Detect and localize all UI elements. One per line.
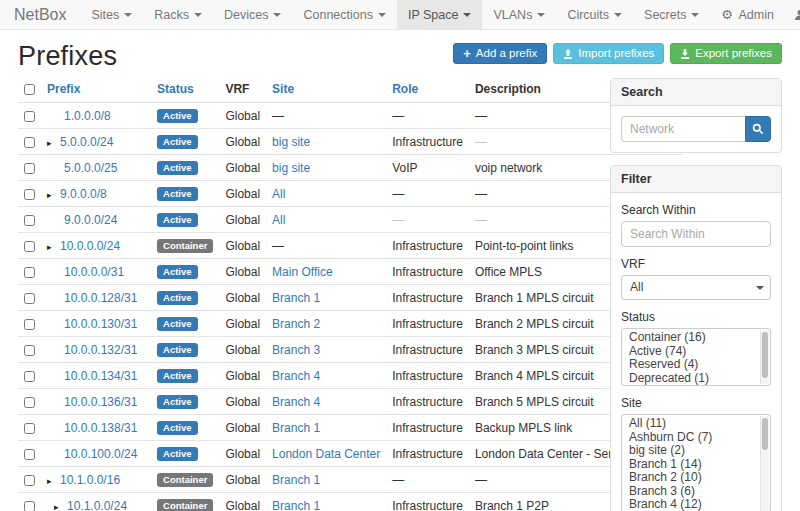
row-checkbox[interactable]: [24, 371, 35, 382]
nav-item-connections[interactable]: Connections: [292, 0, 397, 29]
site-link[interactable]: Main Office: [272, 265, 332, 279]
row-checkbox[interactable]: [24, 397, 35, 408]
expand-toggle-icon[interactable]: ▸: [47, 242, 58, 252]
row-checkbox[interactable]: [24, 449, 35, 460]
row-checkbox[interactable]: [24, 293, 35, 304]
row-checkbox[interactable]: [24, 345, 35, 356]
scrollbar-thumb[interactable]: [762, 418, 768, 450]
filter-option[interactable]: Branch 2 (10): [622, 471, 770, 485]
site-link[interactable]: Branch 1: [272, 499, 320, 511]
column-header-site[interactable]: Site: [266, 78, 386, 103]
scrollbar-thumb[interactable]: [762, 332, 768, 378]
table-row: ▸1.0.0.0/8ActiveGlobal———: [18, 103, 682, 129]
nav-item-label: Secrets: [644, 8, 686, 22]
nav-item-devices[interactable]: Devices: [213, 0, 292, 29]
prefix-link[interactable]: 10.0.0.128/31: [64, 291, 137, 305]
site-link[interactable]: big site: [272, 161, 310, 175]
vrf-value: Global: [225, 421, 260, 435]
nav-item-ip-space[interactable]: IP Space: [397, 0, 483, 29]
nav-item-secrets[interactable]: Secrets: [633, 0, 710, 29]
add-a-prefix-button[interactable]: +Add a prefix: [453, 43, 547, 64]
site-link[interactable]: Branch 2: [272, 317, 320, 331]
filter-option[interactable]: Container (16): [622, 331, 770, 345]
site-link[interactable]: Branch 4: [272, 395, 320, 409]
nav-item-sites[interactable]: Sites: [80, 0, 143, 29]
site-link[interactable]: Branch 1: [272, 291, 320, 305]
filter-option[interactable]: Ashburn DC (7): [622, 431, 770, 445]
site-link[interactable]: Branch 3: [272, 343, 320, 357]
nav-menu: SitesRacksDevicesConnectionsIP SpaceVLAN…: [80, 0, 710, 29]
prefix-link[interactable]: 5.0.0.0/25: [64, 161, 117, 175]
prefix-link[interactable]: 10.0.0.132/31: [64, 343, 137, 357]
site-link[interactable]: All: [272, 187, 285, 201]
row-checkbox[interactable]: [24, 501, 35, 511]
search-within-input[interactable]: [621, 221, 771, 247]
prefix-link[interactable]: 10.0.0.0/24: [60, 239, 120, 253]
site-link[interactable]: Branch 4: [272, 369, 320, 383]
scrollbar[interactable]: [760, 416, 769, 511]
prefix-link[interactable]: 9.0.0.0/24: [64, 213, 117, 227]
filter-option[interactable]: Deprecated (1): [622, 372, 770, 386]
nav-item-vlans[interactable]: VLANs: [482, 0, 556, 29]
prefix-link[interactable]: 1.0.0.0/8: [64, 109, 111, 123]
expand-toggle-icon[interactable]: ▸: [54, 502, 65, 511]
filter-option[interactable]: Reserved (4): [622, 358, 770, 372]
status-listbox[interactable]: Container (16)Active (74)Reserved (4)Dep…: [621, 328, 771, 386]
vrf-value: Global: [225, 265, 260, 279]
prefix-link[interactable]: 10.1.0.0/16: [60, 473, 120, 487]
row-checkbox[interactable]: [24, 267, 35, 278]
vrf-value: Global: [225, 395, 260, 409]
site-link[interactable]: Branch 1: [272, 473, 320, 487]
filter-panel-title: Filter: [611, 166, 781, 193]
site-listbox[interactable]: All (11)Ashburn DC (7)big site (2)Branch…: [621, 414, 771, 511]
search-button[interactable]: [745, 116, 771, 142]
row-checkbox[interactable]: [24, 137, 35, 148]
row-checkbox[interactable]: [24, 189, 35, 200]
row-checkbox[interactable]: [24, 215, 35, 226]
prefix-link[interactable]: 10.0.0.134/31: [64, 369, 137, 383]
prefix-link[interactable]: 10.0.100.0/24: [64, 447, 137, 461]
import-prefixes-button[interactable]: Import prefixes: [553, 43, 664, 64]
vrf-select[interactable]: All: [621, 275, 771, 300]
filter-option[interactable]: All (11): [622, 417, 770, 431]
site-link[interactable]: big site: [272, 135, 310, 149]
expand-toggle-icon[interactable]: ▸: [47, 476, 58, 486]
nav-item-admin[interactable]: ⚙Admin: [710, 0, 783, 29]
nav-item-label: Sites: [91, 8, 119, 22]
role-value: Infrastructure: [392, 499, 463, 511]
prefix-link[interactable]: 10.0.0.136/31: [64, 395, 137, 409]
row-checkbox[interactable]: [24, 423, 35, 434]
row-checkbox[interactable]: [24, 475, 35, 486]
row-checkbox[interactable]: [24, 241, 35, 252]
nav-item-profile[interactable]: Profile: [784, 0, 800, 29]
select-all-checkbox[interactable]: [24, 84, 35, 95]
filter-option[interactable]: Active (74): [622, 345, 770, 359]
row-checkbox[interactable]: [24, 319, 35, 330]
prefix-link[interactable]: 5.0.0.0/24: [60, 135, 113, 149]
expand-toggle-icon[interactable]: ▸: [47, 190, 58, 200]
prefix-link[interactable]: 9.0.0.0/8: [60, 187, 107, 201]
brand-logo[interactable]: NetBox: [14, 0, 66, 29]
scrollbar[interactable]: [760, 330, 769, 384]
site-link[interactable]: Branch 1: [272, 421, 320, 435]
expand-toggle-icon[interactable]: ▸: [47, 138, 58, 148]
prefix-link[interactable]: 10.0.0.130/31: [64, 317, 137, 331]
filter-option[interactable]: Branch 1 (14): [622, 458, 770, 472]
prefix-link[interactable]: 10.0.0.138/31: [64, 421, 137, 435]
column-header-role[interactable]: Role: [386, 78, 469, 103]
filter-option[interactable]: big site (2): [622, 444, 770, 458]
prefix-link[interactable]: 10.1.0.0/24: [67, 499, 127, 511]
filter-option[interactable]: Branch 4 (12): [622, 498, 770, 511]
column-header-prefix[interactable]: Prefix: [41, 78, 151, 103]
site-link[interactable]: London Data Center: [272, 447, 380, 461]
filter-option[interactable]: Branch 3 (6): [622, 485, 770, 499]
column-header-status[interactable]: Status: [151, 78, 219, 103]
prefix-link[interactable]: 10.0.0.0/31: [64, 265, 124, 279]
nav-item-racks[interactable]: Racks: [143, 0, 213, 29]
site-link[interactable]: All: [272, 213, 285, 227]
row-checkbox[interactable]: [24, 163, 35, 174]
nav-item-circuits[interactable]: Circuits: [556, 0, 633, 29]
row-checkbox[interactable]: [24, 111, 35, 122]
export-prefixes-button[interactable]: Export prefixes: [670, 43, 782, 64]
search-input[interactable]: [621, 116, 745, 142]
